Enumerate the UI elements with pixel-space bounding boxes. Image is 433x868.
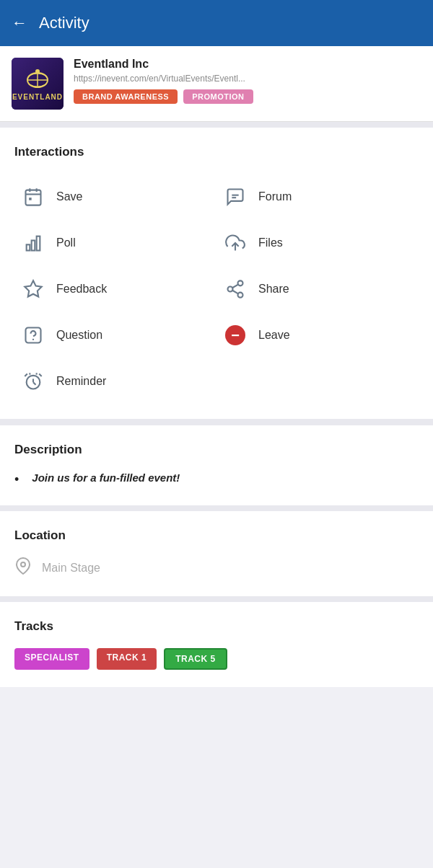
- interaction-share[interactable]: Share: [216, 266, 419, 312]
- interaction-feedback[interactable]: Feedback: [14, 266, 216, 312]
- description-title: Description: [14, 443, 419, 457]
- event-url: https://inevent.com/en/VirtualEvents/Eve…: [74, 74, 421, 84]
- svg-marker-15: [25, 280, 41, 296]
- svg-rect-13: [37, 236, 40, 251]
- event-info: Eventland Inc https://inevent.com/en/Vir…: [74, 58, 421, 104]
- svg-point-28: [21, 562, 25, 567]
- divider-1: [0, 122, 433, 128]
- interaction-reminder[interactable]: Reminder: [14, 358, 216, 404]
- track-specialist[interactable]: SPECIALIST: [14, 648, 89, 670]
- share-label: Share: [258, 283, 289, 296]
- description-section: Description • Join us for a fun-filled e…: [0, 425, 433, 505]
- location-place: Main Stage: [42, 562, 100, 575]
- description-text: Join us for a fun-filled event!: [32, 471, 180, 484]
- svg-line-20: [232, 285, 238, 288]
- poll-icon: [20, 230, 46, 256]
- description-bullet: • Join us for a fun-filled event!: [14, 471, 419, 488]
- svg-rect-12: [32, 241, 35, 251]
- files-icon: [222, 230, 248, 256]
- track-5[interactable]: TRACK 5: [164, 648, 227, 670]
- location-pin-icon: [14, 557, 32, 579]
- leave-icon: −: [222, 322, 248, 348]
- tracks-title: Tracks: [14, 619, 419, 634]
- bullet-symbol: •: [14, 471, 19, 488]
- svg-rect-21: [26, 328, 41, 343]
- event-card: EVENTLAND Eventland Inc https://inevent.…: [0, 46, 433, 122]
- forum-icon: [222, 184, 248, 210]
- interaction-files[interactable]: Files: [216, 220, 419, 266]
- save-label: Save: [56, 190, 82, 203]
- event-logo: EVENTLAND: [12, 58, 64, 110]
- svg-line-25: [33, 382, 36, 385]
- event-name: Eventland Inc: [74, 58, 421, 71]
- event-tags: BRAND AWARENESS PROMOTION: [74, 89, 421, 104]
- interaction-poll[interactable]: Poll: [14, 220, 216, 266]
- svg-point-3: [35, 69, 40, 74]
- star-icon: [20, 276, 46, 302]
- calendar-icon: [20, 184, 46, 210]
- share-icon: [222, 276, 248, 302]
- reminder-label: Reminder: [56, 375, 106, 388]
- tag-promotion[interactable]: PROMOTION: [183, 89, 253, 104]
- svg-rect-4: [26, 190, 41, 205]
- interactions-grid: Save Forum Poll: [14, 174, 419, 404]
- location-row: Main Stage: [14, 557, 419, 579]
- svg-point-17: [228, 287, 233, 292]
- divider-2: [0, 419, 433, 425]
- alarm-icon: [20, 368, 46, 394]
- svg-rect-8: [29, 198, 32, 200]
- files-label: Files: [258, 236, 283, 249]
- track-1[interactable]: TRACK 1: [97, 648, 157, 670]
- interaction-empty: [216, 358, 419, 404]
- eventland-logo-icon: [23, 67, 52, 90]
- feedback-label: Feedback: [56, 283, 107, 296]
- location-title: Location: [14, 528, 419, 543]
- interactions-title: Interactions: [14, 145, 419, 159]
- leave-label: Leave: [258, 329, 290, 342]
- interaction-forum[interactable]: Forum: [216, 174, 419, 220]
- location-section: Location Main Stage: [0, 505, 433, 596]
- svg-line-19: [232, 291, 238, 294]
- back-button[interactable]: ←: [12, 14, 27, 32]
- tag-brand-awareness[interactable]: BRAND AWARENESS: [74, 89, 178, 104]
- poll-label: Poll: [56, 236, 76, 249]
- svg-point-22: [32, 339, 33, 340]
- app-header: ← Activity: [0, 0, 433, 46]
- interactions-section: Interactions Save: [0, 128, 433, 419]
- tracks-tags: SPECIALIST TRACK 1 TRACK 5: [14, 648, 419, 670]
- tracks-section: Tracks SPECIALIST TRACK 1 TRACK 5: [0, 596, 433, 687]
- question-label: Question: [56, 329, 102, 342]
- page-title: Activity: [39, 14, 89, 32]
- interaction-leave[interactable]: − Leave: [216, 312, 419, 358]
- interaction-question[interactable]: Question: [14, 312, 216, 358]
- svg-rect-11: [27, 244, 30, 250]
- event-logo-text: EVENTLAND: [12, 93, 63, 101]
- interaction-save[interactable]: Save: [14, 174, 216, 220]
- question-icon: [20, 322, 46, 348]
- svg-point-18: [238, 293, 243, 298]
- forum-label: Forum: [258, 190, 292, 203]
- svg-point-16: [238, 280, 243, 285]
